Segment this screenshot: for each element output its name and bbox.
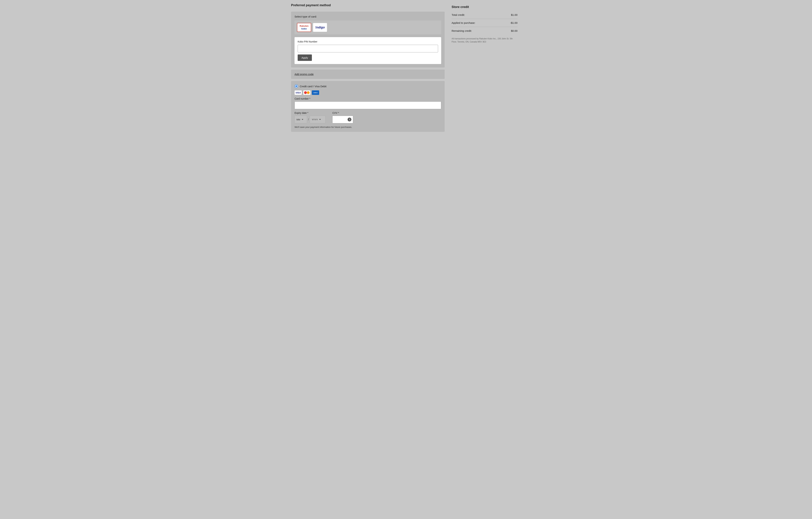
applied-purchase-row: Applied to purchase: -$1.00 xyxy=(452,20,518,26)
expiry-year-value: YYYY xyxy=(312,118,318,121)
cvv-input-wrap: ? xyxy=(332,116,353,123)
rakuten-kobo-card-option[interactable]: Rakuten kobo xyxy=(297,23,311,32)
pin-input[interactable] xyxy=(298,45,438,52)
expiry-cvv-row: Expiry date * MM / YYYY CVV xyxy=(294,112,441,123)
rakuten-logo-bottom: kobo xyxy=(301,27,307,30)
credit-divider-2 xyxy=(452,27,518,27)
total-credit-label: Total credit: xyxy=(452,13,465,16)
remaining-credit-label: Remaining credit: xyxy=(452,29,472,32)
pin-label: Kobo PIN Number xyxy=(298,40,438,43)
total-credit-row: Total credit: $1.00 xyxy=(452,12,518,18)
accepted-card-logos: VISA AMEX xyxy=(294,90,441,95)
credit-card-radio-label: Credit card / Visa Debit xyxy=(300,85,326,88)
expiry-year-chevron xyxy=(319,119,321,120)
expiry-year-select[interactable]: YYYY xyxy=(310,116,325,123)
radio-selected-indicator xyxy=(295,85,297,87)
expiry-group: Expiry date * MM / YYYY xyxy=(294,112,325,123)
left-column: Preferred payment method Select type of … xyxy=(291,3,445,516)
save-payment-info-text: We'll save your payment information for … xyxy=(294,126,441,128)
expiry-month-chevron xyxy=(302,119,303,120)
indigo-logo: !ndigo xyxy=(315,26,325,29)
card-type-panel: Select type of card: Rakuten kobo !ndigo xyxy=(291,11,445,67)
mastercard-logo xyxy=(303,90,311,95)
remaining-credit-row: Remaining credit: $0.00 xyxy=(452,28,518,34)
pin-section: Kobo PIN Number Apply xyxy=(294,37,441,64)
indigo-card-option[interactable]: !ndigo xyxy=(313,23,327,32)
transaction-note: All transactions processed by Rakuten Ko… xyxy=(452,37,518,44)
card-number-label: Card number * xyxy=(294,97,441,100)
amex-logo: AMEX xyxy=(312,90,319,95)
credit-card-radio[interactable] xyxy=(294,84,298,88)
store-credit-title: Store credit xyxy=(452,5,518,9)
remaining-credit-value: $0.00 xyxy=(511,29,518,32)
mc-orange-circle xyxy=(307,91,310,94)
expiry-month-value: MM xyxy=(296,118,300,121)
applied-purchase-label: Applied to purchase: xyxy=(452,21,475,24)
cvv-label: CVV * xyxy=(332,112,353,114)
apply-button[interactable]: Apply xyxy=(298,54,312,61)
expiry-selects: MM / YYYY xyxy=(294,116,325,123)
card-number-input[interactable] xyxy=(294,102,441,109)
cvv-group: CVV * ? xyxy=(332,112,353,123)
applied-purchase-value: -$1.00 xyxy=(510,21,518,24)
page-title: Preferred payment method xyxy=(291,3,445,7)
add-promo-code-link[interactable]: Add promo code xyxy=(294,73,314,76)
right-column: Store credit Total credit: $1.00 Applied… xyxy=(448,3,521,516)
credit-card-radio-row[interactable]: Credit card / Visa Debit xyxy=(294,84,441,88)
card-options-list: Rakuten kobo !ndigo xyxy=(294,21,441,34)
expiry-month-select[interactable]: MM xyxy=(294,116,307,123)
rakuten-kobo-logo: Rakuten kobo xyxy=(299,25,309,30)
mc-red-circle xyxy=(304,91,307,94)
promo-code-panel: Add promo code xyxy=(291,70,445,79)
card-type-label: Select type of card: xyxy=(294,15,441,18)
rakuten-logo-top: Rakuten xyxy=(299,25,309,27)
expiry-slash: / xyxy=(307,118,310,121)
cvv-help-icon[interactable]: ? xyxy=(348,118,351,121)
visa-logo: VISA xyxy=(294,90,302,95)
total-credit-value: $1.00 xyxy=(511,13,518,16)
credit-card-panel: Credit card / Visa Debit VISA AMEX Card … xyxy=(291,81,445,132)
expiry-label: Expiry date * xyxy=(294,112,325,114)
